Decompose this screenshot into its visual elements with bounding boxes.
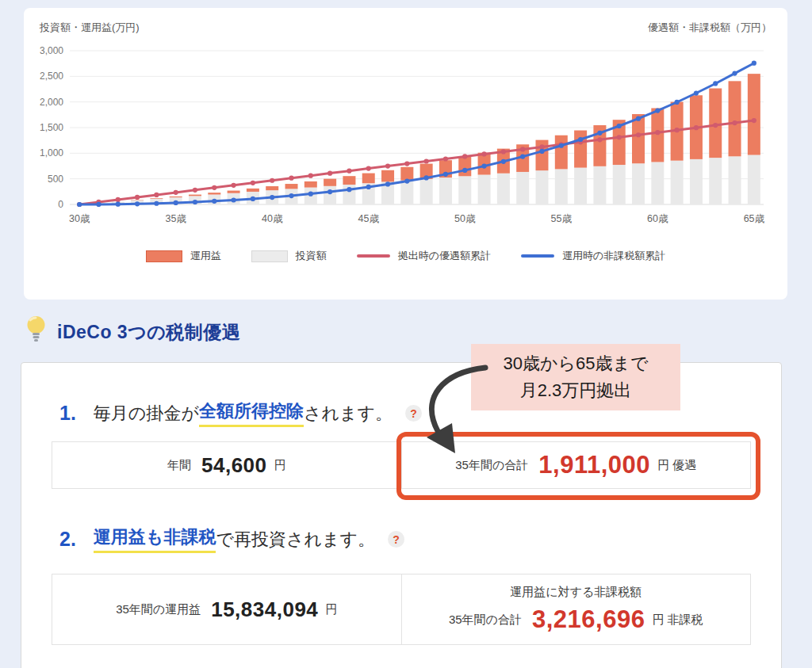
svg-text:40歳: 40歳: [262, 213, 283, 224]
total-benefit-cell: 35年間の合計 1,911,000 円 優遇: [401, 442, 751, 488]
total-gains-label: 35年間の運用益: [116, 602, 201, 617]
section-title: iDeCo 3つの税制優遇: [57, 320, 240, 345]
tax-free-amount-cell: 運用益に対する非課税額 35年間の合計 3,216,696 円 非課税: [401, 574, 751, 644]
svg-text:55歳: 55歳: [551, 213, 573, 224]
left-axis-title: 投資額・運用益(万円): [40, 21, 140, 35]
svg-text:50歳: 50歳: [454, 213, 476, 224]
chart-legend: 運用益投資額拠出時の優遇額累計運用時の非課税額累計: [40, 249, 772, 263]
line-swatch-icon: [357, 254, 390, 258]
benefit-item-2: 2. 運用益も非課税 で再投資されます。 ?: [52, 525, 751, 553]
help-icon[interactable]: ?: [405, 405, 422, 422]
line-swatch-icon: [521, 254, 554, 258]
total-benefit-value: 1,911,000: [538, 451, 650, 479]
tax-free-amount-unit: 円 非課税: [652, 613, 703, 628]
tax-free-amount-title: 運用益に対する非課税額: [510, 585, 642, 600]
simulation-chart-card: 投資額・運用益(万円) 優遇額・非課税額（万円） 05001,0001,5002…: [24, 8, 787, 300]
svg-text:1,500: 1,500: [40, 122, 63, 133]
item-2-values-row: 35年間の運用益 15,834,094 円 運用益に対する非課税額 35年間の合…: [52, 574, 751, 645]
item-1-number: 1.: [59, 402, 76, 425]
svg-text:35歳: 35歳: [165, 213, 186, 224]
item-1-text-after: されます。: [304, 402, 393, 426]
item-2-number: 2.: [59, 528, 76, 551]
total-gains-value: 15,834,094: [211, 597, 318, 622]
total-benefit-label: 35年間の合計: [455, 458, 528, 473]
callout-line-2: 月2.3万円拠出: [474, 377, 677, 404]
tax-free-amount-value: 3,216,696: [532, 605, 645, 634]
legend-item: 拠出時の優遇額累計: [357, 249, 491, 263]
item-2-text-after: で再投資されます。: [216, 528, 375, 552]
item-1-text-before: 毎月の掛金が: [94, 402, 199, 426]
svg-text:0: 0: [58, 199, 63, 210]
tax-free-gains-link[interactable]: 運用益も非課税: [94, 525, 216, 553]
annual-benefit-cell: 年間 54,600 円: [52, 442, 401, 488]
svg-text:2,000: 2,000: [40, 97, 63, 108]
tax-free-amount-label: 35年間の合計: [449, 613, 522, 628]
legend-item: 投資額: [251, 249, 327, 263]
annual-benefit-value: 54,600: [201, 453, 267, 478]
bar-swatch-icon: [146, 250, 182, 262]
svg-text:60歳: 60歳: [647, 213, 668, 224]
right-axis-title: 優遇額・非課税額（万円）: [648, 21, 772, 35]
svg-text:45歳: 45歳: [358, 213, 380, 224]
lightbulb-icon: [25, 315, 47, 342]
legend-label: 運用益: [190, 249, 221, 263]
total-gains-cell: 35年間の運用益 15,834,094 円: [52, 574, 401, 644]
svg-text:65歳: 65歳: [744, 213, 765, 224]
income-deduction-link[interactable]: 全額所得控除: [199, 399, 304, 427]
section-header: iDeCo 3つの税制優遇: [25, 315, 240, 345]
svg-text:2,500: 2,500: [40, 71, 63, 82]
svg-text:1,000: 1,000: [40, 147, 63, 158]
total-gains-unit: 円: [325, 602, 337, 617]
contribution-callout: 30歳から65歳まで 月2.3万円拠出: [471, 344, 680, 410]
legend-item: 運用益: [146, 249, 221, 263]
annual-benefit-unit: 円: [274, 458, 286, 473]
bar-swatch-icon: [251, 250, 288, 262]
item-1-values-row: 年間 54,600 円 35年間の合計 1,911,000 円 優遇: [52, 441, 751, 489]
callout-line-1: 30歳から65歳まで: [474, 350, 677, 377]
legend-label: 運用時の非課税額累計: [562, 249, 665, 263]
legend-label: 投資額: [296, 249, 327, 263]
axis-titles: 投資額・運用益(万円) 優遇額・非課税額（万円）: [40, 21, 772, 35]
legend-item: 運用時の非課税額累計: [521, 249, 665, 263]
svg-text:500: 500: [48, 174, 63, 185]
annual-benefit-label: 年間: [167, 458, 191, 473]
svg-text:3,000: 3,000: [40, 45, 63, 56]
help-icon[interactable]: ?: [388, 531, 404, 548]
legend-label: 拠出時の優遇額累計: [398, 249, 491, 263]
combo-chart: 05001,0001,5002,0002,5003,00005010015020…: [40, 38, 772, 230]
svg-text:30歳: 30歳: [69, 213, 90, 224]
total-benefit-unit: 円 優遇: [657, 458, 696, 473]
